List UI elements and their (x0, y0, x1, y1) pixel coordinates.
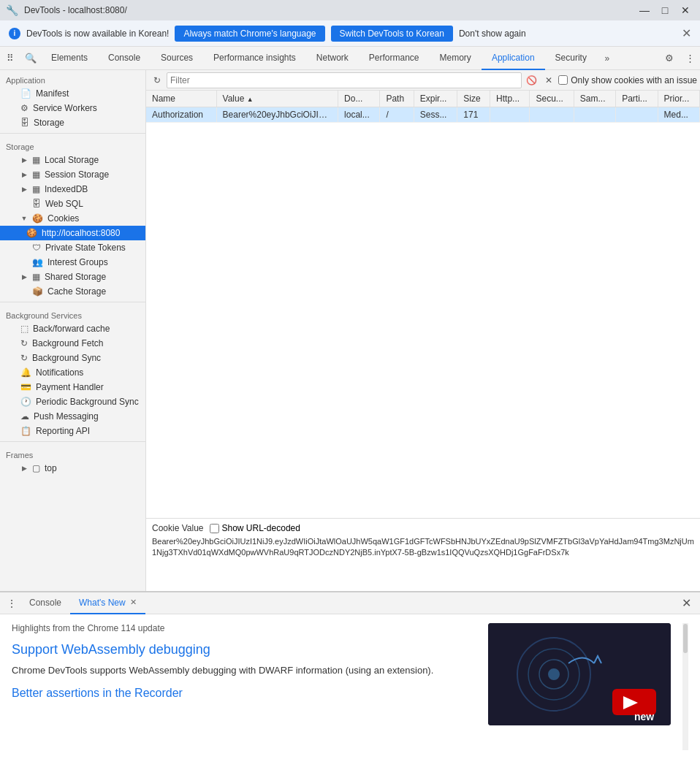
sidebar-item-private-state-tokens[interactable]: 🛡 Private State Tokens (0, 240, 145, 255)
col-header-name[interactable]: Name (146, 91, 216, 107)
col-header-expires[interactable]: Expir... (414, 91, 457, 107)
reporting-api-icon: 📋 (20, 426, 31, 436)
bottom-panel-close-button[interactable]: ✕ (676, 596, 697, 610)
sidebar-item-background-sync[interactable]: ↻ Background Sync (0, 351, 145, 365)
bottom-tab-whats-new[interactable]: What's New ✕ (70, 592, 145, 614)
show-url-decoded-checkbox[interactable] (210, 524, 219, 533)
col-header-size[interactable]: Size (457, 91, 490, 107)
service-workers-icon: ⚙ (20, 103, 28, 113)
info-bar: i DevTools is now available in Korean! A… (0, 20, 700, 47)
sidebar-item-back-forward-cache[interactable]: ⬚ Back/forward cache (0, 321, 145, 336)
sidebar-item-notifications[interactable]: 🔔 Notifications (0, 365, 145, 380)
info-icon: i (9, 28, 20, 39)
sidebar-item-indexeddb[interactable]: ▶ ▦ IndexedDB (0, 182, 145, 197)
close-window-button[interactable]: ✕ (677, 1, 694, 19)
whats-new-article2-title: Better assertions in the Recorder (12, 687, 476, 700)
only-show-issues-checkbox[interactable] (558, 75, 568, 85)
tab-network[interactable]: Network (306, 47, 359, 70)
expand-indexeddb-icon: ▶ (20, 186, 28, 193)
minimize-button[interactable]: — (636, 1, 653, 19)
sidebar-item-web-sql[interactable]: 🗄 Web SQL (0, 197, 145, 211)
maximize-button[interactable]: □ (656, 1, 674, 19)
private-state-expand-icon (20, 244, 28, 251)
col-header-samesite[interactable]: Sam... (574, 91, 615, 107)
push-messaging-icon: ☁ (20, 411, 29, 422)
col-header-secure[interactable]: Secu... (530, 91, 574, 107)
sidebar-section-frames: Frames (0, 445, 145, 461)
tab-sources[interactable]: Sources (151, 47, 203, 70)
title-bar-text: DevTools - localhost:8080/ (24, 5, 127, 15)
scrollbar-thumb[interactable] (683, 624, 688, 653)
whats-new-scrollbar[interactable] (682, 623, 688, 750)
cookie-table: Name Value ▲ Do... Path Expir... Size Ht… (146, 91, 700, 518)
sidebar-item-background-fetch[interactable]: ↻ Background Fetch (0, 336, 145, 351)
tab-performance-insights[interactable]: Performance insights (203, 47, 306, 70)
sidebar-item-cookies-group[interactable]: ▼ 🍪 Cookies (0, 211, 145, 226)
cookie-domain-cell: local... (338, 107, 380, 123)
sidebar-item-local-storage[interactable]: ▶ ▦ Local Storage (0, 153, 145, 167)
devtools-menu-icon[interactable]: ⠿ (0, 48, 20, 69)
sidebar-item-session-storage[interactable]: ▶ ▦ Session Storage (0, 167, 145, 182)
tab-elements[interactable]: Elements (41, 47, 98, 70)
sidebar-item-localhost-cookies[interactable]: 🍪 http://localhost:8080 (0, 226, 145, 240)
settings-button[interactable]: ⚙ (659, 48, 680, 69)
switch-korean-button[interactable]: Switch DevTools to Korean (331, 26, 453, 42)
col-header-priority[interactable]: Prior... (658, 91, 699, 107)
more-options-button[interactable]: ⋮ (680, 48, 700, 69)
sidebar-section-application: Application (0, 70, 145, 86)
tab-console[interactable]: Console (98, 47, 151, 70)
tab-memory[interactable]: Memory (430, 47, 482, 70)
cookie-filter-input[interactable] (167, 72, 522, 88)
show-url-decoded-label[interactable]: Show URL-decoded (210, 523, 300, 533)
sidebar-item-frames-top[interactable]: ▶ ▢ top (0, 461, 145, 476)
whats-new-tab-close-icon[interactable]: ✕ (130, 598, 137, 607)
table-row[interactable]: Authorization Bearer%20eyJhbGciOiJIUzI1N… (146, 107, 700, 123)
private-state-icon: 🛡 (32, 243, 41, 253)
title-bar: 🔧 DevTools - localhost:8080/ — □ ✕ (0, 0, 700, 20)
background-sync-icon: ↻ (20, 353, 28, 363)
more-tabs-button[interactable]: » (597, 47, 617, 70)
tab-application[interactable]: Application (482, 47, 545, 70)
bottom-menu-icon[interactable]: ⋮ (3, 592, 20, 614)
only-show-issues-text: Only show cookies with an issue (571, 75, 697, 85)
sidebar: Application 📄 Manifest ⚙ Service Workers… (0, 70, 146, 591)
info-close-button[interactable]: ✕ (682, 26, 691, 40)
col-header-path[interactable]: Path (380, 91, 414, 107)
sidebar-item-shared-storage[interactable]: ▶ ▦ Shared Storage (0, 270, 145, 284)
sidebar-item-service-workers[interactable]: ⚙ Service Workers (0, 101, 145, 115)
sidebar-label-reporting-api: Reporting API (36, 426, 90, 436)
delete-cookie-button[interactable]: ✕ (541, 72, 557, 88)
tab-performance[interactable]: Performance (359, 47, 430, 70)
cookie-httponly-cell (490, 107, 530, 123)
dont-show-again-button[interactable]: Don't show again (459, 28, 526, 39)
sidebar-label-indexeddb: IndexedDB (45, 184, 88, 194)
match-language-button[interactable]: Always match Chrome's language (175, 26, 324, 42)
col-header-httponly[interactable]: Http... (490, 91, 530, 107)
sidebar-item-storage-main[interactable]: 🗄 Storage (0, 115, 145, 130)
tab-security[interactable]: Security (545, 47, 597, 70)
refresh-cookies-button[interactable]: ↻ (149, 72, 165, 88)
bottom-tab-console[interactable]: Console (20, 592, 70, 614)
sidebar-label-localhost: http://localhost:8080 (42, 228, 120, 238)
only-show-issues-label[interactable]: Only show cookies with an issue (558, 75, 697, 85)
col-header-partitioned[interactable]: Parti... (616, 91, 658, 107)
sidebar-item-periodic-background-sync[interactable]: 🕐 Periodic Background Sync (0, 394, 145, 409)
sidebar-item-manifest[interactable]: 📄 Manifest (0, 86, 145, 101)
cookie-value-cell: Bearer%20eyJhbGciOiJIUzI1NiJ9.eyJ... (216, 107, 338, 123)
background-fetch-icon: ↻ (20, 338, 28, 348)
inspect-icon[interactable]: 🔍 (20, 48, 41, 69)
sidebar-label-background-sync: Background Sync (32, 353, 101, 363)
sidebar-label-background-fetch: Background Fetch (32, 338, 103, 348)
sidebar-item-interest-groups[interactable]: 👥 Interest Groups (0, 255, 145, 270)
cookie-toolbar: ↻ 🚫 ✕ Only show cookies with an issue (146, 70, 700, 91)
col-header-value[interactable]: Value ▲ (216, 91, 338, 107)
sidebar-item-push-messaging[interactable]: ☁ Push Messaging (0, 409, 145, 424)
sidebar-item-cache-storage[interactable]: 📦 Cache Storage (0, 284, 145, 299)
sidebar-section-background: Background Services (0, 305, 145, 321)
col-header-domain[interactable]: Do... (338, 91, 380, 107)
clear-filter-button[interactable]: 🚫 (523, 72, 539, 88)
sidebar-item-reporting-api[interactable]: 📋 Reporting API (0, 424, 145, 438)
sidebar-item-payment-handler[interactable]: 💳 Payment Handler (0, 380, 145, 394)
bottom-tab-console-label: Console (29, 598, 61, 608)
sidebar-label-service-workers: Service Workers (33, 103, 97, 113)
